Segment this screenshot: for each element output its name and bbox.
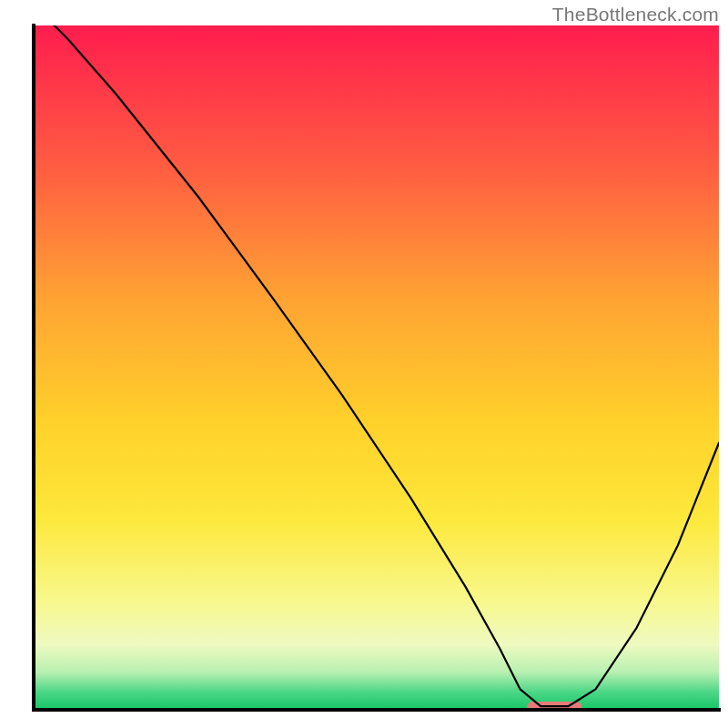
gradient-background: [34, 25, 719, 710]
chart-container: TheBottleneck.com: [0, 0, 728, 728]
bottleneck-chart: [0, 0, 728, 728]
watermark-label: TheBottleneck.com: [552, 4, 719, 25]
